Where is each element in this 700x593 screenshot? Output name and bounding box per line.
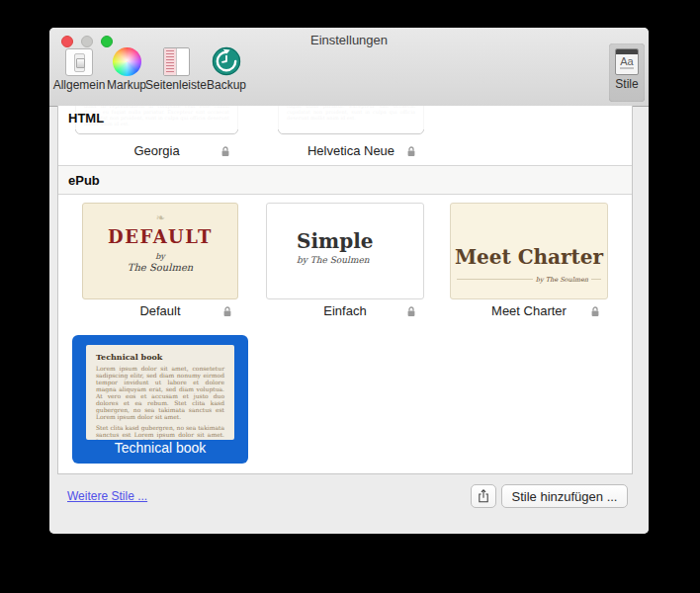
ornament-icon: ❧	[83, 212, 237, 224]
more-styles-link[interactable]: Weitere Stile ...	[67, 489, 147, 503]
toolbar-item-label: Stile	[615, 77, 638, 91]
section-label: ePub	[68, 173, 100, 188]
lock-icon	[406, 305, 416, 318]
preview-author: The Soulmen	[83, 262, 237, 273]
style-name-einfach: Einfach	[266, 303, 424, 318]
preview-byline: by The Soulmen	[533, 276, 591, 284]
lock-icon	[406, 145, 416, 158]
toolbar-item-stile-selected[interactable]: Aa Stile	[609, 43, 645, 102]
preview-title: Technical book	[96, 354, 224, 361]
style-card-einfach[interactable]: Simple by The Soulmen	[266, 203, 424, 299]
style-name-georgia: Georgia	[75, 143, 238, 158]
style-card-default[interactable]: ❧ DEFAULT by The Soulmen	[82, 203, 238, 299]
lock-icon	[590, 305, 600, 318]
preview-paragraph: Stet clita kasd gubergren, no sea takima…	[96, 424, 224, 440]
preview-title: DEFAULT	[83, 226, 237, 247]
styles-aa-icon: Aa	[615, 48, 639, 75]
lock-icon	[222, 305, 232, 318]
color-wheel-icon	[113, 44, 141, 76]
preview-paragraph: Lorem ipsum dolor sit amet, consetetur s…	[96, 365, 224, 420]
toolbar-item-seitenleiste[interactable]: Seitenleiste	[148, 44, 204, 92]
styles-scroll-area[interactable]: dolor in reprehenderit in voluptate veli…	[57, 106, 633, 474]
style-name-default: Default	[82, 303, 238, 318]
toolbar-item-label: Markup	[107, 78, 146, 92]
preferences-window: Einstellungen Allgemein Markup Seitenlei…	[49, 28, 649, 534]
window-chrome: Einstellungen Allgemein Markup Seitenlei…	[49, 28, 649, 107]
preview-title: Meet Charter	[451, 245, 607, 269]
toolbar-item-backup[interactable]: Backup	[204, 44, 249, 92]
switch-icon	[65, 44, 93, 76]
toolbar-item-markup[interactable]: Markup	[105, 44, 148, 92]
style-card-meet-charter[interactable]: Meet Charter by The Soulmen	[450, 203, 608, 299]
toolbar-item-label: Allgemein	[53, 78, 106, 92]
technical-book-preview: Technical book Lorem ipsum dolor sit ame…	[86, 345, 234, 440]
add-styles-button[interactable]: Stile hinzufügen ...	[501, 484, 628, 508]
share-button[interactable]	[471, 484, 496, 508]
style-name-technical-book: Technical book	[72, 440, 248, 456]
share-icon	[477, 488, 490, 504]
time-machine-icon	[212, 44, 241, 76]
style-name-helvetica-neue: Helvetica Neue	[278, 143, 424, 158]
screenshot-canvas: Einstellungen Allgemein Markup Seitenlei…	[0, 0, 700, 593]
preview-title: Simple	[297, 229, 423, 253]
section-label: HTML	[68, 111, 104, 126]
style-name-meet-charter: Meet Charter	[450, 303, 608, 318]
section-header-html: HTML	[58, 106, 632, 129]
preview-by: by	[83, 252, 237, 261]
preview-byline: by The Soulmen	[297, 255, 423, 265]
section-header-epub: ePub	[58, 165, 632, 195]
sidebar-icon	[163, 44, 190, 76]
toolbar-item-label: Backup	[207, 78, 246, 92]
toolbar-item-allgemein[interactable]: Allgemein	[53, 44, 105, 92]
style-card-technical-book-selected[interactable]: Technical book Lorem ipsum dolor sit ame…	[72, 335, 248, 464]
toolbar-item-label: Seitenleiste	[145, 78, 207, 92]
aa-glyph: Aa	[616, 55, 638, 67]
lock-icon	[220, 145, 230, 158]
